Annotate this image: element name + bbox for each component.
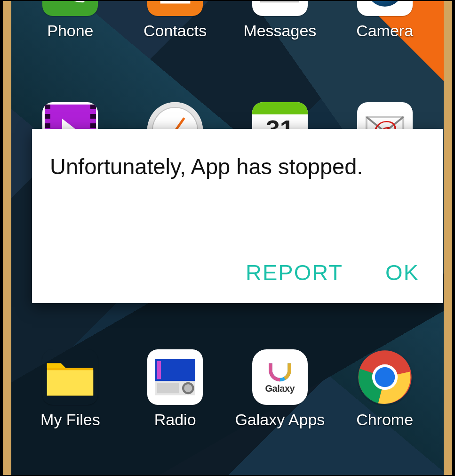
app-radio[interactable]: Radio bbox=[128, 349, 222, 429]
galaxy-sublabel: Galaxy bbox=[265, 383, 295, 394]
messages-icon bbox=[252, 0, 308, 16]
folder-icon bbox=[42, 349, 98, 405]
app-label: Contacts bbox=[144, 22, 207, 40]
svg-point-6 bbox=[183, 383, 193, 393]
dialog-actions: REPORT OK bbox=[246, 259, 419, 285]
home-screen: Phone Contacts Messages Camera bbox=[11, 0, 444, 476]
svg-rect-2 bbox=[155, 359, 195, 381]
ok-button[interactable]: OK bbox=[385, 259, 419, 285]
app-label: Phone bbox=[47, 22, 93, 40]
app-phone[interactable]: Phone bbox=[23, 0, 117, 40]
error-dialog: Unfortunately, App has stopped. REPORT O… bbox=[32, 129, 443, 303]
app-label: Galaxy Apps bbox=[235, 411, 325, 429]
app-my-files[interactable]: My Files bbox=[23, 349, 117, 429]
app-camera[interactable]: Camera bbox=[338, 0, 432, 40]
app-row-3: My Files Radio Galaxy Galaxy Apps bbox=[11, 349, 444, 429]
svg-rect-5 bbox=[157, 383, 179, 393]
app-label: Camera bbox=[356, 22, 413, 40]
app-label: Messages bbox=[243, 22, 316, 40]
svg-point-9 bbox=[375, 367, 394, 387]
contacts-icon bbox=[147, 0, 203, 16]
chrome-icon bbox=[357, 349, 413, 405]
galaxy-apps-icon: Galaxy bbox=[252, 349, 308, 405]
camera-icon bbox=[357, 0, 413, 16]
dialog-message: Unfortunately, App has stopped. bbox=[50, 153, 427, 179]
app-contacts[interactable]: Contacts bbox=[128, 0, 222, 40]
app-row-1: Phone Contacts Messages Camera bbox=[11, 0, 444, 40]
phone-icon bbox=[42, 0, 98, 16]
radio-icon bbox=[147, 349, 203, 405]
app-messages[interactable]: Messages bbox=[233, 0, 327, 40]
report-button[interactable]: REPORT bbox=[246, 259, 343, 285]
app-chrome[interactable]: Chrome bbox=[338, 349, 432, 429]
app-label: Radio bbox=[154, 411, 196, 429]
device-frame: Phone Contacts Messages Camera bbox=[2, 0, 453, 476]
app-galaxy-apps[interactable]: Galaxy Galaxy Apps bbox=[233, 349, 327, 429]
app-label: My Files bbox=[40, 411, 100, 429]
svg-rect-3 bbox=[157, 361, 161, 379]
app-label: Chrome bbox=[356, 411, 413, 429]
